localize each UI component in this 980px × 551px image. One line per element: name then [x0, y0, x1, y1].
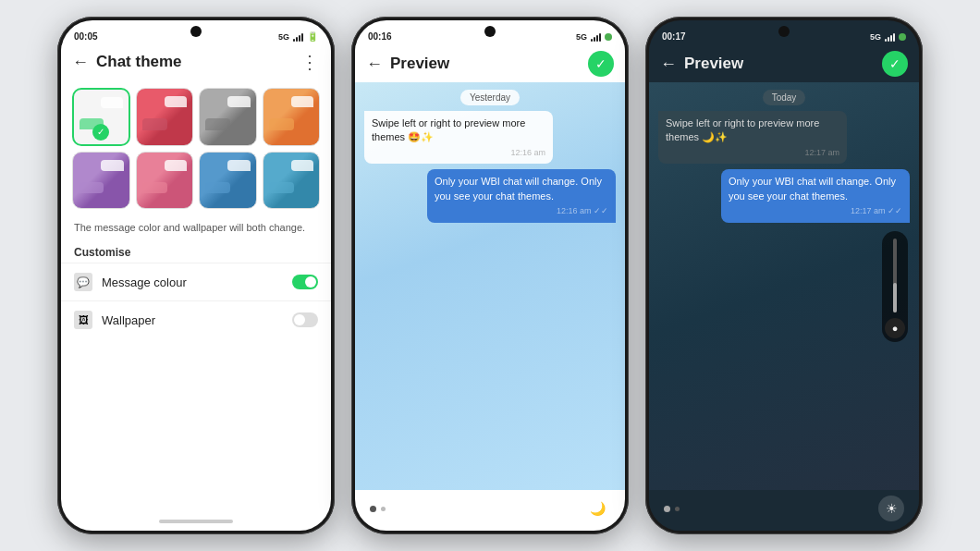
dot-active-2 [370, 506, 376, 512]
sent-msg-3: Only your WBI chat will change. Only you… [721, 169, 910, 222]
theme-thumb-0[interactable]: ✓ [72, 88, 130, 146]
toggle-knob-1 [294, 314, 305, 325]
check-icon-3: ✓ [889, 56, 900, 71]
bubble-a-1 [165, 96, 187, 107]
signal-2 [591, 32, 601, 42]
theme-thumb-1[interactable] [136, 88, 194, 146]
bubble-b-3 [269, 118, 294, 129]
bar3 [299, 35, 300, 42]
status-icons-1: 5G 🔋 [278, 31, 318, 42]
signal-3 [885, 32, 895, 42]
battery-3 [899, 33, 906, 41]
header-1: ← Chat theme ⋮ [61, 45, 331, 79]
wallpaper-row[interactable]: 🖼 Wallpaper [61, 300, 331, 338]
phone-2-screen: 00:16 5G ← Preview ✓ Yesterda [355, 20, 625, 531]
theme-thumb-7[interactable] [263, 152, 321, 210]
header-2: ← Preview ✓ [355, 45, 625, 82]
wallpaper-toggle[interactable] [292, 312, 318, 327]
msg1-text-2: Swipe left or right to preview more them… [372, 117, 525, 142]
chat-messages-3: Today Swipe left or right to preview mor… [649, 82, 919, 230]
confirm-button-2[interactable]: ✓ [588, 51, 614, 77]
pagination-2 [370, 506, 386, 512]
moon-icon-2: 🌙 [590, 501, 606, 516]
phone-1: 00:05 5G 🔋 ← Chat theme ⋮ [57, 17, 335, 534]
wallpaper-icon: 🖼 [74, 311, 92, 329]
brightness-slider[interactable]: ● [882, 231, 908, 342]
wallpaper-label: Wallpaper [102, 313, 283, 327]
theme-thumb-5[interactable] [136, 152, 194, 210]
msg1-time-3: 12:17 am [666, 147, 839, 159]
page-title-3: Preview [684, 55, 875, 73]
theme-thumb-6[interactable] [199, 152, 257, 210]
bar2-4 [599, 33, 601, 42]
message-colour-row[interactable]: 💬 Message colour [61, 263, 331, 300]
theme-thumb-3[interactable] [263, 88, 321, 146]
theme-inner-3 [263, 89, 320, 145]
date-pill-2: Yesterday [460, 90, 520, 105]
chat-bottom-bar-3: ☀ [649, 490, 919, 531]
chat-bottom-bar-2: 🌙 [355, 490, 625, 531]
toggle-knob-0 [305, 276, 316, 288]
customise-label: Customise [61, 240, 331, 263]
pagination-3 [664, 506, 680, 512]
home-indicator-1 [159, 520, 233, 523]
back-button-3[interactable]: ← [660, 55, 677, 74]
brightness-icon: ● [885, 318, 905, 338]
status-time-1: 00:05 [74, 31, 98, 42]
battery-2 [605, 33, 612, 41]
page-title-2: Preview [390, 55, 581, 73]
page-title-1: Chat theme [96, 53, 293, 71]
chat-messages-2: Yesterday Swipe left or right to preview… [355, 82, 625, 230]
bar4 [301, 33, 303, 42]
bar2-3 [596, 35, 598, 42]
light-mode-button-3[interactable]: ☀ [878, 496, 904, 521]
theme-inner-6 [200, 153, 256, 209]
phone-1-screen: 00:05 5G 🔋 ← Chat theme ⋮ [61, 20, 331, 531]
received-msg-3: Swipe left or right to preview more them… [658, 111, 847, 164]
bubble-b-6 [205, 182, 230, 193]
back-button-1[interactable]: ← [72, 53, 89, 72]
bubble-b-1 [142, 118, 167, 129]
check-icon-2: ✓ [595, 56, 606, 71]
back-button-2[interactable]: ← [366, 55, 383, 74]
bubble-a-4 [101, 160, 123, 171]
bar3-2 [888, 37, 889, 42]
theme-thumb-2[interactable] [199, 88, 257, 146]
bar2 [296, 37, 298, 42]
5g-icon-3: 5G [870, 32, 881, 42]
msg2-time-2: 12:16 am ✓✓ [435, 205, 608, 217]
date-pill-3: Today [763, 90, 806, 105]
signal-1 [293, 32, 303, 42]
chat-area-3: Today Swipe left or right to preview mor… [649, 82, 919, 490]
status-time-2: 00:16 [368, 31, 392, 42]
bubble-b-5 [142, 182, 167, 193]
bar2-1 [591, 39, 593, 42]
dot-active-3 [664, 506, 670, 512]
camera-dot-1 [190, 26, 202, 37]
selected-check-0: ✓ [92, 124, 109, 141]
bubble-a-3 [291, 96, 313, 107]
confirm-button-3[interactable]: ✓ [882, 51, 908, 77]
slider-track [893, 239, 897, 312]
chat-area-2: Yesterday Swipe left or right to preview… [355, 82, 625, 490]
bubble-a-2 [227, 96, 250, 107]
bubble-a-7 [291, 160, 313, 171]
slider-fill [893, 283, 897, 312]
more-button-1[interactable]: ⋮ [300, 51, 320, 73]
message-colour-toggle[interactable] [292, 275, 318, 289]
theme-thumb-4[interactable] [72, 152, 130, 210]
theme-inner-1 [137, 89, 193, 145]
theme-inner-5 [137, 153, 193, 209]
phone-2: 00:16 5G ← Preview ✓ Yesterda [351, 17, 629, 534]
bubble-b-4 [79, 182, 104, 193]
msg2-text-3: Only your WBI chat will change. Only you… [729, 176, 896, 201]
msg2-time-3: 12:17 am ✓✓ [729, 205, 902, 217]
5g-icon-1: 5G [278, 32, 289, 42]
received-msg-2: Swipe left or right to preview more them… [364, 111, 553, 164]
theme-inner-7 [263, 153, 320, 209]
dot-inactive-2 [381, 507, 386, 511]
camera-dot-3 [778, 26, 790, 37]
status-icons-2: 5G [576, 32, 612, 42]
bar3-1 [885, 39, 887, 42]
dark-mode-button-2[interactable]: 🌙 [584, 496, 610, 521]
